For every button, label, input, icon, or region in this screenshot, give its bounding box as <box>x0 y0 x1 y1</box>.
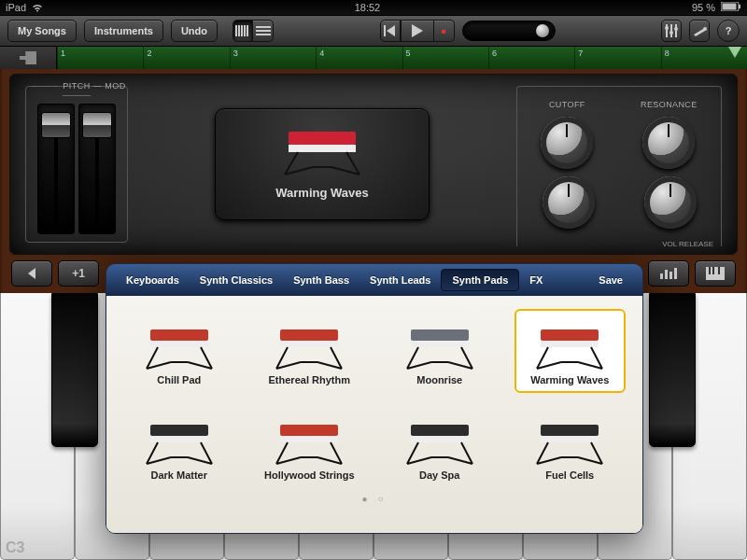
preset-grid: Chill PadEthereal RhythmMoonriseWarming … <box>123 309 626 488</box>
bar-tick: 8 <box>661 47 669 69</box>
preset-thumb-icon <box>125 410 233 469</box>
svg-rect-35 <box>411 425 469 436</box>
bar-tick: 1 <box>57 47 65 69</box>
category-tab-keyboards[interactable]: Keyboards <box>116 264 190 296</box>
preset-thumb-icon <box>516 410 625 469</box>
preset-thumb-icon <box>386 410 494 469</box>
record-button[interactable]: ● <box>434 20 455 42</box>
mod-slider[interactable] <box>78 104 116 234</box>
master-volume-slider[interactable] <box>462 21 556 41</box>
svg-rect-23 <box>150 329 208 341</box>
svg-rect-6 <box>244 25 246 36</box>
resonance-knob[interactable] <box>642 117 695 169</box>
category-tab-synth-leads[interactable]: Synth Leads <box>359 264 441 296</box>
svg-point-15 <box>669 31 673 35</box>
preset-thumb-icon <box>256 315 364 374</box>
svg-rect-8 <box>256 26 271 28</box>
preset-dark-matter[interactable]: Dark Matter <box>123 404 235 488</box>
svg-rect-5 <box>241 25 243 36</box>
category-tab-synth-bass[interactable]: Synth Bass <box>283 264 359 296</box>
preset-category-tabs: KeyboardsSynth ClassicsSynth BassSynth L… <box>106 264 642 296</box>
keyboard-layout-button[interactable] <box>695 260 736 287</box>
svg-marker-12 <box>387 25 395 36</box>
carrier-label: iPad <box>6 2 26 13</box>
scale-button[interactable] <box>648 260 689 287</box>
preset-thumb-icon <box>386 315 494 374</box>
attack-knob[interactable] <box>543 176 595 229</box>
svg-rect-26 <box>280 341 338 347</box>
octave-up-button[interactable]: +1 <box>58 260 99 287</box>
svg-point-16 <box>674 27 678 31</box>
timeline-ruler[interactable]: 12345678 <box>56 47 747 69</box>
instruments-button[interactable]: Instruments <box>84 20 163 42</box>
bar-tick: 2 <box>143 47 151 69</box>
playhead-icon[interactable] <box>728 47 741 58</box>
preset-name-label: Warming Waves <box>216 186 429 200</box>
svg-rect-9 <box>256 30 271 32</box>
preset-warming-waves[interactable]: Warming Waves <box>514 309 627 393</box>
release-knob[interactable] <box>644 176 697 229</box>
svg-rect-2 <box>739 5 740 8</box>
svg-rect-28 <box>411 341 469 347</box>
svg-rect-10 <box>256 34 271 35</box>
undo-button[interactable]: Undo <box>171 20 218 42</box>
svg-rect-24 <box>150 341 208 347</box>
svg-rect-34 <box>280 436 338 442</box>
svg-rect-32 <box>150 436 208 442</box>
preset-thumb-icon <box>256 410 364 469</box>
tracks-view-button[interactable] <box>253 20 274 42</box>
svg-rect-38 <box>541 436 599 442</box>
octave-down-button[interactable] <box>11 260 52 287</box>
preset-name-label: Warming Waves <box>516 374 625 385</box>
svg-rect-1 <box>722 4 736 10</box>
mod-slider-group: PITCH — MOD <box>25 86 128 243</box>
octave-label: C3 <box>6 539 24 556</box>
svg-rect-11 <box>384 25 386 36</box>
category-tab-synth-classics[interactable]: Synth Classics <box>190 264 283 296</box>
instrument-view-button[interactable] <box>233 20 253 42</box>
svg-rect-36 <box>411 436 469 442</box>
preset-name-label: Hollywood Strings <box>256 469 364 481</box>
svg-rect-17 <box>289 132 356 145</box>
svg-rect-18 <box>289 145 356 152</box>
battery-label: 95 % <box>692 2 715 13</box>
white-key[interactable] <box>672 293 747 560</box>
preset-chill-pad[interactable]: Chill Pad <box>123 309 235 393</box>
my-songs-button[interactable]: My Songs <box>7 20 77 42</box>
keyboard-icon <box>706 267 725 280</box>
svg-rect-25 <box>280 329 338 341</box>
timeline-ruler-row: 12345678 <box>0 47 747 69</box>
mixer-button[interactable] <box>661 20 682 42</box>
preset-name-label: Moonrise <box>386 374 494 385</box>
white-key[interactable] <box>0 293 75 560</box>
filter-knob-group: CUTOFF RESONANCE VOL RELEASE <box>516 86 722 246</box>
preset-day-spa[interactable]: Day Spa <box>384 404 496 488</box>
svg-rect-7 <box>247 25 248 36</box>
ipad-status-bar: iPad 18:52 95 % <box>0 0 747 16</box>
pitch-slider[interactable] <box>37 104 75 234</box>
preset-picker-popover: KeyboardsSynth ClassicsSynth BassSynth L… <box>106 263 643 534</box>
preset-name-label: Ethereal Rhythm <box>256 374 364 385</box>
svg-rect-4 <box>238 25 240 36</box>
category-tab-synth-pads[interactable]: Synth Pads <box>441 269 519 291</box>
play-button[interactable] <box>401 20 434 42</box>
preset-ethereal-rhythm[interactable]: Ethereal Rhythm <box>254 309 366 393</box>
preset-fuel-cells[interactable]: Fuel Cells <box>514 404 627 488</box>
keyboard-instrument-icon <box>275 120 369 178</box>
preset-moonrise[interactable]: Moonrise <box>384 309 496 393</box>
svg-rect-31 <box>150 425 208 436</box>
svg-rect-33 <box>280 425 338 436</box>
vol-release-label: VOL RELEASE <box>662 240 713 248</box>
rewind-button[interactable] <box>380 20 401 42</box>
preset-name-label: Fuel Cells <box>516 469 625 481</box>
settings-button[interactable] <box>689 20 710 42</box>
svg-rect-29 <box>541 329 599 341</box>
cutoff-knob[interactable] <box>541 117 593 169</box>
save-preset-button[interactable]: Save <box>588 264 633 296</box>
preset-selector-button[interactable]: Warming Waves <box>215 108 430 220</box>
preset-hollywood-strings[interactable]: Hollywood Strings <box>254 404 366 488</box>
category-tab-fx[interactable]: FX <box>519 264 553 296</box>
track-header-icon <box>20 51 36 64</box>
scale-icon <box>660 268 677 279</box>
help-button[interactable]: ? <box>717 20 740 42</box>
